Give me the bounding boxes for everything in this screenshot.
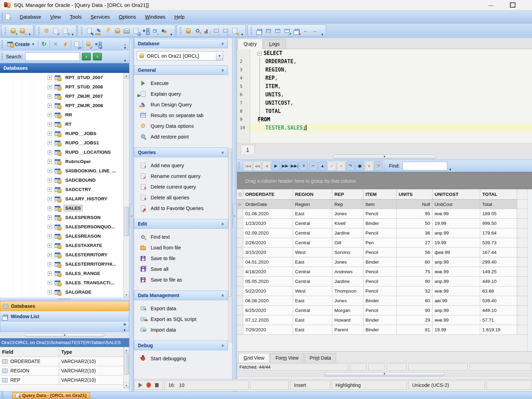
prior-page-icon[interactable]: ◀◀ (253, 161, 262, 171)
maximize-button[interactable] (510, 2, 515, 8)
grid-cell[interactable]: фев.99 (433, 248, 480, 257)
editor-splitter-handle[interactable]: ▼ (333, 155, 436, 159)
grid-cell[interactable]: авг.99 (433, 296, 480, 306)
grid-cell[interactable]: Thompson (332, 286, 363, 296)
grid-cell[interactable]: Binder (363, 325, 397, 335)
field-row[interactable]: REPVARCHAR2(10) (0, 376, 129, 385)
action-export-data[interactable]: ↘Export data (134, 303, 228, 314)
section-header-database[interactable]: Database« (134, 39, 228, 48)
next-page-icon[interactable]: ▶▶ (281, 161, 289, 171)
expand-icon[interactable]: + (48, 85, 52, 89)
cancel-edit-icon[interactable]: × (337, 161, 345, 171)
grid-cell[interactable]: 189.05 (480, 209, 517, 219)
field-row[interactable]: ORDERDATEVARCHAR2(10) (0, 357, 129, 366)
tree-item-rupd-jobs1[interactable]: +RUPD__JOBS1 (0, 138, 129, 148)
grid-cell[interactable]: Jones (332, 257, 363, 267)
group-by-band[interactable]: Drag a column header here to group by th… (237, 172, 532, 189)
action-export-as-sql-script[interactable]: ↘▴Export as SQL script (134, 314, 228, 324)
previous-window-icon[interactable]: ← (301, 26, 310, 36)
sql-monitor-icon[interactable]: ▫ (150, 26, 159, 36)
grid-cell[interactable]: 999.50 (480, 219, 517, 228)
grid-cell[interactable]: Binder (363, 315, 397, 325)
column-header-rep[interactable]: REP (332, 189, 363, 200)
grid-cell[interactable]: янв.99 (433, 286, 480, 296)
search-next-button[interactable]: › (93, 53, 102, 60)
grid-cell[interactable]: Pencil (363, 228, 397, 238)
grid-cell[interactable]: OrderDate (243, 200, 293, 209)
column-header-item[interactable]: ITEM (363, 189, 397, 200)
grid-cell[interactable]: Sorvino (332, 248, 363, 257)
expand-icon[interactable]: + (48, 104, 52, 108)
side-menu-scrollbar[interactable] (228, 149, 232, 342)
toolbar-grip[interactable] (1, 392, 3, 399)
fields-col-field[interactable]: Field (0, 349, 59, 355)
grid-cell[interactable]: Andrews (332, 267, 363, 277)
database-combobox[interactable]: ORCL on Ora21 [ORCL] ▼ (137, 51, 223, 60)
toolbar-grip[interactable] (180, 27, 181, 35)
grid-cell[interactable]: 32 (397, 286, 433, 296)
grid-cell[interactable]: 4/18/2020 (243, 267, 293, 277)
grid-cell[interactable]: Binder (363, 296, 397, 306)
expand-icon[interactable]: + (48, 132, 52, 136)
grid-cell[interactable]: 01.06.2020 (243, 209, 293, 219)
export-data-icon[interactable]: → (211, 26, 221, 36)
expand-icon[interactable]: + (48, 272, 52, 276)
scroll-down-icon[interactable]: ▼ (124, 292, 129, 297)
grid-cell[interactable]: 19.99 (433, 325, 480, 335)
tree-item-sales-transacti-[interactable]: +SALES_TRANSACTI... (0, 278, 129, 287)
toolbar-overflow-icon[interactable]: ▼ (28, 33, 32, 36)
expand-icon[interactable]: + (48, 160, 52, 164)
tree-item-s4sbooking-line-[interactable]: +S4SBOOKING_LINE_... (0, 166, 129, 175)
toolbar-grip[interactable] (1, 40, 3, 48)
expand-icon[interactable]: + (48, 253, 52, 257)
grid-cell[interactable]: 60 (397, 257, 433, 267)
refresh-records-icon[interactable]: ↷ (346, 161, 355, 171)
debug-record-icon[interactable] (146, 382, 151, 388)
action-import-data[interactable]: ↩Import data (134, 324, 228, 335)
grid-cell[interactable]: апр.99 (433, 228, 480, 238)
search-in-metadata-icon[interactable] (193, 26, 202, 36)
grid-cell[interactable]: 149.25 (480, 267, 517, 277)
grid-cell[interactable]: Binder (363, 219, 397, 228)
cascade-windows-icon[interactable] (254, 26, 264, 36)
menu-help[interactable]: Help (170, 12, 189, 22)
grid-cell[interactable]: UnitCost (433, 200, 480, 209)
chevron-down-icon[interactable]: ▼ (216, 51, 223, 60)
grid-cell[interactable]: Central (293, 228, 332, 238)
section-header-data-management[interactable]: Data Management« (134, 291, 228, 300)
grid-cell[interactable]: Jardine (332, 228, 363, 238)
fold-collapse-icon[interactable]: − (258, 52, 262, 56)
section-header-queries[interactable]: Queries« (134, 148, 228, 157)
restore-windows-icon[interactable]: ↗ (282, 26, 292, 36)
collapse-mid-handle[interactable]: ‹ (232, 204, 237, 228)
refresh-icon[interactable]: ↻ (39, 39, 49, 49)
tab-form-view[interactable]: Form View (270, 353, 304, 362)
expand-icon[interactable]: + (48, 141, 52, 145)
duplicate-object-icon[interactable]: ▱ (72, 39, 82, 49)
panel-collapse-handle[interactable]: ▼ (25, 333, 104, 337)
expand-icon[interactable]: + (48, 197, 52, 201)
unregister-database-icon[interactable]: − (18, 26, 27, 36)
scroll-up-icon[interactable]: ▲ (124, 73, 129, 78)
show-all-records-icon[interactable]: ∗ (355, 161, 364, 171)
action-delete-current-query[interactable]: ×Delete current query (134, 181, 228, 192)
tree-item-salespersonquo-[interactable]: +SALESPERSONQUO... (0, 222, 129, 231)
tree-item-rpt-zmjr-2008[interactable]: +RPT_ZMJR_2008 (0, 101, 129, 110)
action-explain-query[interactable]: ▶Explain query (134, 88, 228, 99)
menu-view[interactable]: View (46, 12, 65, 22)
grid-cell[interactable]: East (293, 257, 332, 267)
find-input[interactable] (402, 162, 447, 170)
grid-cell[interactable]: 05.05.2020 (243, 277, 293, 286)
tree-scrollbar[interactable]: ▲ ▼ (123, 73, 129, 297)
search-prev-button[interactable]: ‹ (82, 53, 91, 60)
minimize-button[interactable]: — (488, 2, 494, 8)
tree-item-salesperson[interactable]: +SALESPERSON (0, 213, 129, 222)
menu-tools[interactable]: Tools (65, 12, 86, 22)
grid-cell[interactable]: 6/25/2020 (243, 306, 293, 315)
toolbar-grip[interactable] (250, 27, 252, 35)
menu-windows[interactable]: Windows (141, 12, 170, 22)
tree-item-rr[interactable]: +RR (0, 110, 129, 120)
toolbar-overflow-icon[interactable]: ▼ (123, 59, 127, 63)
expand-icon[interactable]: + (48, 290, 52, 294)
grid-row-selected[interactable]: ▷OrderDateRegionRepItemNullUnitCostTotal (237, 200, 532, 209)
